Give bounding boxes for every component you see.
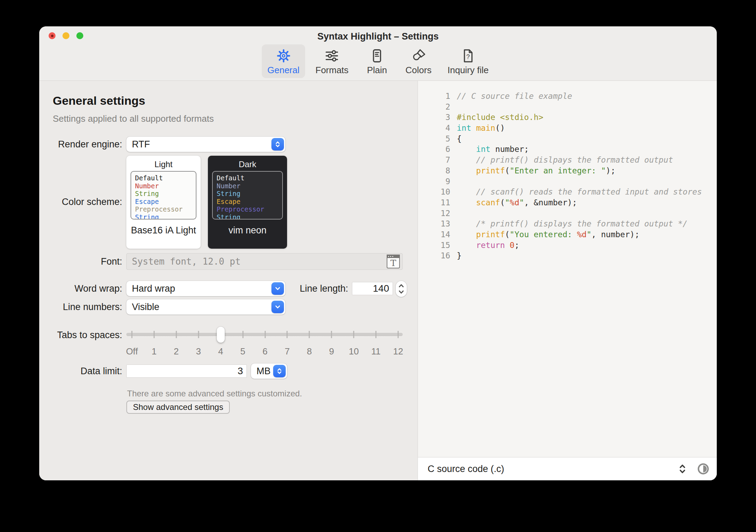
chevron-up-down-icon: [273, 365, 286, 377]
slider-tick: [153, 331, 154, 338]
code-token: "You entered:: [510, 230, 577, 239]
toolbar-tab-inquiry-file[interactable]: ?Inquiry file: [442, 44, 494, 78]
data-limit-field[interactable]: 3: [126, 364, 247, 378]
code-token: /* printf() displays the formatted outpu…: [476, 219, 687, 228]
font-panel-icon[interactable]: T: [387, 255, 400, 268]
example-file-type-popup[interactable]: C source code (.c): [418, 464, 675, 474]
slider-tick: [176, 331, 177, 338]
code-preview: 1// C source file example23#include <std…: [418, 81, 717, 457]
toolbar-tab-label: Plain: [367, 65, 387, 75]
appearance-contrast-icon[interactable]: [696, 462, 711, 476]
code-token: ": [519, 198, 524, 207]
code-token: (: [505, 230, 510, 239]
toolbar-tab-colors[interactable]: Colors: [400, 44, 437, 78]
light-token-default: Default: [135, 174, 196, 182]
code-text: [450, 208, 457, 219]
page-title: General settings: [53, 94, 145, 108]
slider-tick-label: 10: [349, 346, 359, 357]
slider-tick-label: 4: [218, 346, 223, 357]
light-card-title: Light: [126, 156, 201, 169]
code-text: /* printf() displays the formatted outpu…: [450, 218, 688, 229]
toolbar-tab-formats[interactable]: Formats: [310, 44, 354, 78]
slider-thumb[interactable]: [217, 327, 225, 343]
code-line: 2: [418, 102, 717, 112]
titlebar: Syntax Highlight – Settings GeneralForma…: [39, 26, 717, 81]
code-token: [457, 166, 476, 175]
line-number: 8: [418, 165, 450, 176]
dark-token-string: String: [217, 213, 282, 220]
slider-tick: [331, 331, 332, 338]
light-token-escape: Escape: [135, 198, 196, 206]
color-scheme-dark-card[interactable]: Dark DefaultNumberStringEscapePreprocess…: [208, 156, 287, 249]
font-panel-letter: T: [387, 258, 400, 268]
render-engine-popup[interactable]: RTF: [126, 137, 285, 152]
line-number: 14: [418, 229, 450, 240]
code-token: [457, 230, 476, 239]
slider-tick-label: 11: [371, 346, 381, 357]
word-wrap-popup[interactable]: Hard wrap: [126, 281, 285, 296]
data-limit-unit: MB: [251, 366, 273, 377]
code-token: main: [476, 123, 495, 132]
code-token: );: [606, 166, 615, 175]
code-token: #include <stdio.h>: [457, 113, 543, 122]
code-token: 0: [510, 241, 514, 250]
code-token: , &number);: [524, 198, 577, 207]
slider-tick: [132, 331, 133, 338]
code-text: printf("You entered: %d", number);: [450, 229, 639, 240]
toolbar-tab-label: Inquiry file: [447, 65, 489, 75]
color-scheme-label: Color scheme:: [39, 197, 122, 207]
data-limit-unit-popup[interactable]: MB: [251, 363, 287, 379]
code-token: [505, 241, 510, 250]
toolbar-tab-general[interactable]: General: [262, 44, 305, 78]
line-length-field[interactable]: 140: [352, 282, 393, 295]
dark-token-string: String: [217, 190, 282, 198]
slider-tick-label: 12: [393, 346, 403, 357]
line-numbers-label: Line numbers:: [39, 302, 122, 312]
slider-tick: [309, 331, 310, 338]
code-line: 10 // scanf() reads the formatted input …: [418, 187, 717, 197]
word-wrap-label: Word wrap:: [39, 283, 122, 294]
code-text: {: [450, 134, 462, 144]
paintbrush-icon: [411, 48, 427, 64]
code-line: 12: [418, 208, 717, 219]
line-number: 1: [418, 91, 450, 102]
slider-tick-label: 7: [285, 346, 289, 357]
code-text: }: [450, 250, 462, 261]
code-text: // scanf() reads the formatted input and…: [450, 187, 702, 197]
code-token: // scanf() reads the formatted input and…: [476, 187, 702, 196]
word-wrap-value: Hard wrap: [126, 283, 271, 294]
show-advanced-settings-button[interactable]: Show advanced settings: [126, 401, 230, 414]
code-token: [457, 155, 476, 164]
gear-icon: [276, 48, 292, 64]
code-token: (: [505, 166, 510, 175]
code-line: 1// C source file example: [418, 91, 717, 102]
code-token: "Enter an integer: ": [510, 166, 606, 175]
line-number: 7: [418, 155, 450, 165]
slider-tick-label: 6: [262, 346, 267, 357]
code-text: #include <stdio.h>: [450, 112, 543, 123]
font-field[interactable]: System font, 12.0 pt T: [126, 253, 403, 270]
toolbar-tab-plain[interactable]: Plain: [359, 44, 395, 78]
preview-panel: 1// C source file example23#include <std…: [418, 81, 717, 480]
line-number: 13: [418, 218, 450, 229]
color-scheme-light-card[interactable]: Light DefaultNumberStringEscapePreproces…: [126, 156, 201, 249]
line-numbers-popup[interactable]: Visible: [126, 299, 285, 315]
code-text: // C source file example: [450, 91, 572, 102]
slider-tick-label: Off: [126, 346, 138, 357]
code-token: printf: [476, 230, 505, 239]
line-number: 4: [418, 123, 450, 134]
toolbar-tab-label: Colors: [405, 65, 431, 75]
code-token: // C source file example: [457, 92, 572, 101]
light-token-preprocessor: Preprocessor: [135, 205, 196, 213]
code-text: // printf() dislpays the formatted outpu…: [450, 155, 673, 165]
tabs-to-spaces-slider[interactable]: Off123456789101112: [126, 327, 403, 358]
general-settings-panel: General settings Settings applied to all…: [39, 81, 418, 480]
code-token: (: [500, 198, 505, 207]
code-line: 15 return 0;: [418, 240, 717, 251]
slider-tick-label: 2: [174, 346, 179, 357]
chevron-expand-icon[interactable]: [675, 462, 690, 476]
slider-tick: [353, 331, 354, 338]
code-line: 16}: [418, 250, 717, 261]
line-length-stepper[interactable]: [396, 281, 407, 297]
sliders-icon: [324, 48, 340, 64]
